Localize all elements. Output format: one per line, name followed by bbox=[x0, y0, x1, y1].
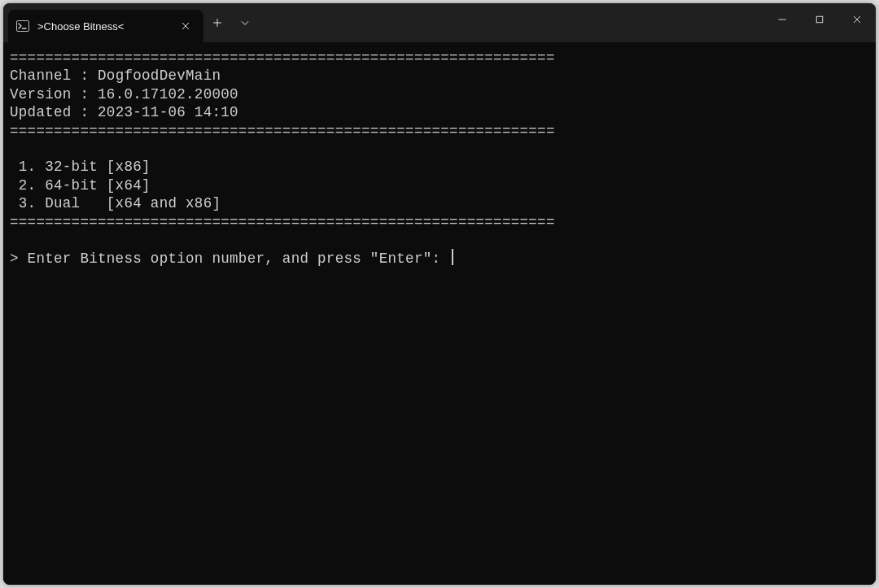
channel-label: Channel : bbox=[10, 68, 89, 84]
option-line: 1. 32-bit [x86] bbox=[10, 159, 151, 175]
close-button[interactable] bbox=[838, 3, 876, 36]
svg-rect-3 bbox=[816, 16, 823, 23]
updated-label: Updated : bbox=[10, 104, 89, 120]
minimize-button[interactable] bbox=[763, 3, 801, 36]
tab-dropdown-button[interactable] bbox=[231, 9, 259, 37]
window-controls bbox=[763, 3, 876, 36]
version-label: Version : bbox=[10, 86, 89, 102]
option-line: 2. 64-bit [x64] bbox=[10, 177, 151, 194]
divider-line: ========================================… bbox=[10, 214, 555, 230]
terminal-icon bbox=[16, 20, 29, 33]
tab-active[interactable]: >Choose Bitness< bbox=[8, 10, 203, 42]
version-value: 16.0.17102.20000 bbox=[98, 86, 238, 102]
option-line: 3. Dual [x64 and x86] bbox=[10, 195, 221, 211]
terminal-viewport[interactable]: ========================================… bbox=[3, 42, 876, 585]
text-cursor bbox=[452, 249, 453, 265]
svg-rect-0 bbox=[17, 21, 29, 32]
maximize-button[interactable] bbox=[801, 3, 838, 36]
divider-line: ========================================… bbox=[10, 50, 555, 66]
tab-title: >Choose Bitness< bbox=[37, 20, 168, 33]
terminal-window: >Choose Bitness< bbox=[3, 3, 876, 585]
new-tab-button[interactable] bbox=[203, 9, 231, 37]
tab-close-button[interactable] bbox=[176, 16, 195, 36]
divider-line: ========================================… bbox=[10, 123, 555, 139]
prompt-text: > Enter Bitness option number, and press… bbox=[10, 250, 449, 267]
channel-value: DogfoodDevMain bbox=[98, 68, 221, 84]
updated-value: 2023-11-06 14:10 bbox=[98, 104, 238, 120]
titlebar[interactable]: >Choose Bitness< bbox=[3, 3, 876, 42]
